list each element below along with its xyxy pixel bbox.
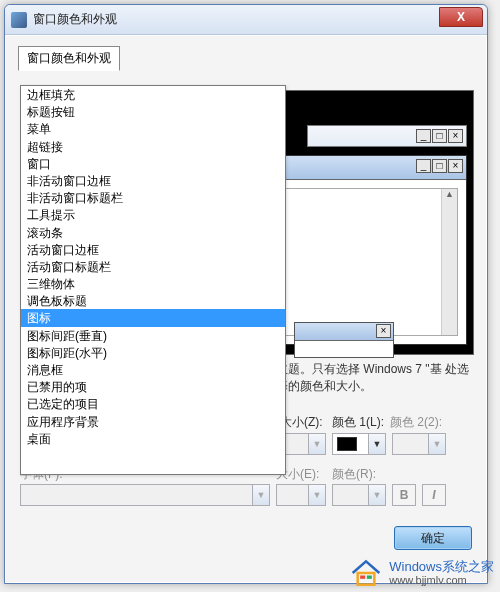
font-row: ▼ ▼ ▼ B I (20, 484, 472, 506)
house-icon (349, 558, 383, 588)
button-row: 确定 (394, 526, 472, 550)
dropdown-option[interactable]: 滚动条 (21, 224, 285, 241)
app-icon (11, 12, 27, 28)
preview-inactive-window: _ □ × (307, 125, 467, 147)
fcolor-label: 颜色(R): (332, 466, 376, 483)
dropdown-option[interactable]: 图标 (21, 309, 285, 326)
watermark-text: Windows系统之家 www.bjjmlv.com (389, 560, 494, 586)
watermark-brand: Windows系统之家 (389, 560, 494, 574)
preview-inner (282, 188, 458, 336)
color1-combo[interactable]: ▼ (332, 433, 386, 455)
dropdown-option[interactable]: 活动窗口边框 (21, 241, 285, 258)
watermark-url: www.bjjmlv.com (389, 574, 494, 586)
window-title: 窗口颜色和外观 (33, 11, 117, 28)
dropdown-option[interactable]: 应用程序背景 (21, 413, 285, 430)
dropdown-option[interactable]: 消息框 (21, 361, 285, 378)
chevron-down-icon[interactable]: ▼ (368, 434, 385, 454)
dropdown-option[interactable]: 调色板标题 (21, 292, 285, 309)
color2-label: 颜色 2(2): (388, 414, 446, 431)
dropdown-option[interactable]: 图标间距(垂直) (21, 327, 285, 344)
font-size-combo: ▼ (276, 484, 326, 506)
dropdown-option[interactable]: 窗口 (21, 155, 285, 172)
dropdown-option[interactable]: 非活动窗口标题栏 (21, 189, 285, 206)
italic-button: I (422, 484, 446, 506)
dialog-window: 窗口颜色和外观 X 窗口颜色和外观 _ □ × _ □ × (4, 4, 488, 584)
color-swatch-icon (337, 437, 357, 451)
chevron-down-icon: ▼ (428, 434, 445, 454)
titlebar[interactable]: 窗口颜色和外观 X (5, 5, 487, 35)
preview-inactive-buttons: _ □ × (416, 129, 463, 143)
font-color-combo: ▼ (332, 484, 386, 506)
svg-rect-0 (358, 573, 375, 585)
dropdown-option[interactable]: 已选定的项目 (21, 395, 285, 412)
dropdown-option[interactable]: 超链接 (21, 138, 285, 155)
svg-rect-1 (360, 576, 365, 579)
scrollbar-icon (441, 189, 457, 335)
maximize-icon: □ (432, 159, 447, 173)
preview-msg-title: × (295, 323, 393, 341)
chevron-down-icon: ▼ (308, 434, 325, 454)
client-area: 窗口颜色和外观 _ □ × _ □ × (6, 36, 486, 582)
dropdown-option[interactable]: 工具提示 (21, 206, 285, 223)
close-icon: × (376, 324, 391, 338)
minimize-icon: _ (416, 159, 431, 173)
watermark: Windows系统之家 www.bjjmlv.com (349, 558, 494, 588)
color2-combo: ▼ (392, 433, 446, 455)
item-dropdown-panel[interactable]: 边框填充标题按钮菜单超链接窗口非活动窗口边框非活动窗口标题栏工具提示滚动条活动窗… (20, 85, 286, 475)
preview-active-titlebar: _ □ × (274, 156, 466, 180)
chevron-down-icon: ▼ (308, 485, 325, 505)
size-color-labels: 大小(Z): 颜色 1(L): 颜色 2(2): (278, 414, 472, 431)
font-combo: ▼ (20, 484, 270, 506)
dropdown-option[interactable]: 三维物体 (21, 275, 285, 292)
close-icon: × (448, 159, 463, 173)
dropdown-option[interactable]: 已禁用的项 (21, 378, 285, 395)
minimize-icon: _ (416, 129, 431, 143)
ok-button[interactable]: 确定 (394, 526, 472, 550)
dropdown-option[interactable]: 桌面 (21, 430, 285, 447)
dropdown-option[interactable]: 边框填充 (21, 86, 285, 103)
preview-active-buttons: _ □ × (416, 159, 463, 173)
dropdown-option[interactable]: 标题按钮 (21, 103, 285, 120)
close-icon: × (448, 129, 463, 143)
close-button[interactable]: X (439, 7, 483, 27)
preview-active-window: _ □ × × (273, 155, 467, 345)
preview-area: _ □ × _ □ × × (266, 90, 474, 355)
chevron-down-icon: ▼ (368, 485, 385, 505)
maximize-icon: □ (432, 129, 447, 143)
dropdown-option[interactable]: 图标间距(水平) (21, 344, 285, 361)
item-dropdown-list: 边框填充标题按钮菜单超链接窗口非活动窗口边框非活动窗口标题栏工具提示滚动条活动窗… (21, 86, 285, 447)
color1-label: 颜色 1(L): (330, 414, 388, 431)
dropdown-option[interactable]: 菜单 (21, 120, 285, 137)
description-text: 主题。只有选择 Windows 7 "基 处选择的颜色和大小。 (276, 361, 472, 396)
bold-button: B (392, 484, 416, 506)
preview-messagebox: × (294, 322, 394, 358)
svg-rect-2 (367, 576, 372, 579)
dropdown-option[interactable]: 非活动窗口边框 (21, 172, 285, 189)
tab-appearance[interactable]: 窗口颜色和外观 (18, 46, 120, 71)
chevron-down-icon: ▼ (252, 485, 269, 505)
dropdown-option[interactable]: 活动窗口标题栏 (21, 258, 285, 275)
